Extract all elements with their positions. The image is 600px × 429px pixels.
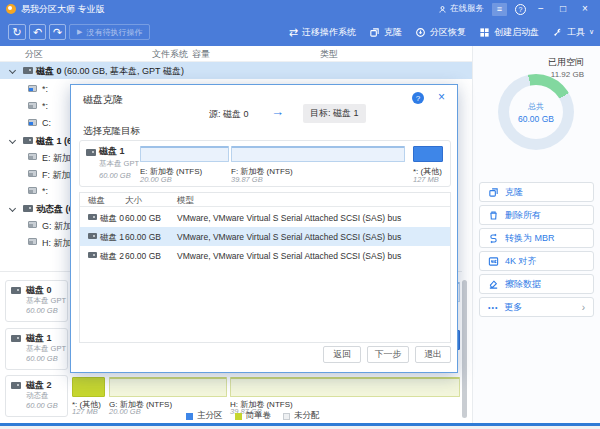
sidebar-delete-all-label: 删除所有 [505,209,541,222]
close-button[interactable]: × [578,0,592,18]
partition-recovery-label: 分区恢复 [430,26,466,39]
sidebar-4k-align-label: 4K 对齐 [505,255,537,268]
sidebar-more-label: 更多 [504,301,522,314]
collapse-chevron-icon[interactable] [9,67,16,74]
disk-table-header: 磁盘 大小 模型 [80,193,450,207]
exit-button[interactable]: 退出 [415,346,451,363]
online-service-label: 在线服务 [450,3,484,15]
col-disk: 磁盘 [88,195,105,207]
titlebar: 易我分区大师 专业版 在线服务 ≡ ? − □ × [0,0,600,18]
disk-icon [11,382,21,389]
tree-item-disk0[interactable]: 磁盘 0 (60.00 GB, 基本盘, GPT 磁盘) [0,62,472,79]
disk0-name: 磁盘 0 [36,66,62,76]
disk-table-row-disk0[interactable]: 磁盘 0 60.00 GB VMware, VMware Virtual S S… [80,208,450,227]
legend-simple-label: 简单卷 [246,410,272,422]
migrate-os-button[interactable]: ⇄ 迁移操作系统 [289,26,356,39]
partition-size: 39.87 GB [231,175,263,184]
arrow-right-icon: → [271,104,284,119]
dialog-help-icon[interactable]: ? [412,92,424,104]
sidebar-more-button[interactable]: ••• 更多 › [479,297,594,317]
sidebar-wipe-data-button[interactable]: 擦除数据 [479,274,594,294]
maximize-button[interactable]: □ [556,0,570,18]
online-service-button[interactable]: 在线服务 [438,3,484,15]
sidebar-clone-button[interactable]: 克隆 [479,182,594,202]
tools-button[interactable]: 工具 ∨ [552,26,594,39]
disk-icon [86,149,96,156]
sidebar-convert-mbr-label: 转换为 MBR [505,232,555,245]
create-bootdisk-button[interactable]: 创建启动盘 [479,26,539,39]
clone-icon [488,187,499,198]
partition-bar[interactable] [230,377,460,397]
legend-unallocated-label: 未分配 [294,410,320,422]
unallocated-swatch [283,413,290,420]
sidebar: 已用空间 11.92 GB 总共 60.00 GB 克隆 删除所有 转换为 MB… [472,46,600,423]
partition-bar[interactable] [140,146,229,162]
toolbar: ↻ ↶ ↷ ▶ 没有待执行操作 ⇄ 迁移操作系统 克隆 分区恢复 [0,18,600,46]
used-space-label: 已用空间 [548,56,584,69]
disk-icon [23,67,33,74]
collapse-chevron-icon[interactable] [9,205,16,212]
partition-bar[interactable] [72,377,105,397]
disk-icon [11,335,21,342]
convert-icon [488,233,499,244]
partition-size: 20.00 GB [109,407,141,416]
disk-icon [88,233,97,239]
disk0-card[interactable]: 磁盘 0 基本盘 GPT 60.00 GB [5,280,68,322]
disk0-details: (60.00 GB, 基本盘, GPT 磁盘) [62,66,184,76]
sidebar-delete-all-button[interactable]: 删除所有 [479,205,594,225]
app-window: 易我分区大师 专业版 在线服务 ≡ ? − □ × ↻ ↶ ↷ ▶ 没有待执行操… [0,0,600,429]
partition-recovery-button[interactable]: 分区恢复 [415,26,466,39]
pending-operations-button[interactable]: ▶ 没有待执行操作 [69,24,150,40]
disk-table-row-disk1-selected[interactable]: 磁盘 1 60.00 GB VMware, VMware Virtual S S… [80,227,450,246]
col-filesystem: 文件系统 [152,48,188,61]
sidebar-convert-mbr-button[interactable]: 转换为 MBR [479,228,594,248]
vertical-scrollbar[interactable] [462,280,467,418]
partition-legend: 主分区 简单卷 未分配 [186,410,320,422]
redo-button[interactable]: ↷ [49,24,66,40]
partition-bar[interactable] [109,377,227,397]
partition-recovery-icon [415,27,426,38]
create-bootdisk-label: 创建启动盘 [494,26,539,39]
app-title: 易我分区大师 专业版 [21,3,105,15]
partition-bar[interactable] [413,146,443,162]
partition-icon [28,119,37,126]
eraser-icon [488,279,499,290]
partition-bar[interactable] [231,146,405,162]
dialog-close-icon[interactable]: × [438,90,445,104]
target-disk-chip: 目标: 磁盘 1 [303,104,366,123]
next-button[interactable]: 下一步 [367,346,409,363]
legend-primary-label: 主分区 [197,410,223,422]
minimize-button[interactable]: − [534,0,548,18]
partition-table-header: 分区 文件系统 容量 类型 [0,46,472,62]
clone-label: 克隆 [384,26,402,39]
migrate-os-icon: ⇄ [289,27,298,38]
back-button[interactable]: 返回 [323,346,361,363]
total-value: 60.00 GB [518,114,554,124]
help-icon[interactable]: ? [515,4,526,15]
collapse-chevron-icon[interactable] [9,137,16,144]
partition-icon [28,153,37,160]
disk1-card[interactable]: 磁盘 1 基本盘 GPT 60.00 GB [5,328,68,370]
4k-align-icon [488,256,499,267]
disk-table-row-disk2[interactable]: 磁盘 2 60.00 GB VMware, VMware Virtual S S… [80,246,450,265]
partition-icon [28,238,37,245]
play-icon: ▶ [77,28,82,36]
col-model: 模型 [177,195,194,207]
target-disk-preview: 磁盘 1 基本盘 GPT 60.00 GB E: 新加卷 (NTFS) 20.0… [79,140,451,187]
more-dots-icon: ••• [488,304,498,311]
menu-icon[interactable]: ≡ [492,3,507,16]
tools-label: 工具 [567,26,585,39]
disk-icon [88,214,97,220]
disk2-card[interactable]: 磁盘 2 动态盘 60.00 GB [5,375,68,417]
disk-icon [23,205,33,212]
undo-button[interactable]: ↶ [29,24,46,40]
refresh-icon: ↻ [12,27,21,38]
chevron-down-icon: ∨ [589,28,594,36]
person-icon [438,5,447,14]
refresh-button[interactable]: ↻ [8,24,26,40]
partition-icon [28,85,37,92]
sidebar-4k-align-button[interactable]: 4K 对齐 [479,251,594,271]
clone-button[interactable]: 克隆 [369,26,402,39]
simple-volume-swatch [235,413,242,420]
partition-icon [28,187,37,194]
